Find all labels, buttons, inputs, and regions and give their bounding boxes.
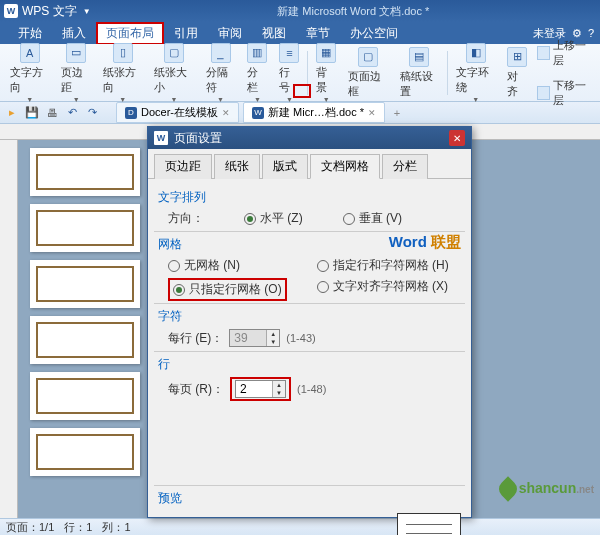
radio-line-grid[interactable]: 只指定行网格 (O) [173,281,282,298]
per-page-range: (1-48) [297,383,326,395]
tab-layout[interactable]: 版式 [262,154,308,179]
word-doc-icon: W [252,107,264,119]
close-icon[interactable]: ✕ [222,108,230,118]
page-border-icon: ▢ [358,47,378,67]
save-icon[interactable]: 💾 [24,105,40,121]
titlebar: W WPS 文字 ▼ 新建 Microsoft Word 文档.doc * [0,0,600,22]
menu-office-space[interactable]: 办公空间 [340,22,408,45]
spin-down[interactable]: ▼ [273,389,285,397]
columns-icon: ▥ [247,43,267,63]
text-wrap-icon: ◧ [466,43,486,63]
tab-margins[interactable]: 页边距 [154,154,212,179]
direction-label: 方向： [168,210,204,227]
app-icon: W [4,4,18,18]
redo-icon[interactable]: ↷ [84,105,100,121]
send-backward[interactable]: 下移一层 [553,78,592,108]
workspace: W 页面设置 ✕ 页边距 纸张 版式 文档网格 分栏 文字排列 方向： 水平 (… [0,124,600,518]
chars-per-line-spinner: ▲▼ [229,329,280,347]
radio-vertical[interactable]: 垂直 (V) [343,210,402,227]
page-thumb [30,148,140,196]
undo-icon[interactable]: ↶ [64,105,80,121]
doc-tab-docer[interactable]: DDocer-在线模板✕ [116,102,239,123]
per-line-range: (1-43) [286,332,315,344]
page-thumb [30,428,140,476]
page-preview [397,513,461,535]
tab-columns[interactable]: 分栏 [382,154,428,179]
text-direction-icon: A [20,43,40,63]
highlight-lines-per-page: ▲▼ [230,377,291,401]
quick-access-toolbar: ▸ 💾 🖶 ↶ ↷ DDocer-在线模板✕ W新建 Micr…档.doc *✕… [0,102,600,124]
app-name: WPS 文字 [22,3,77,20]
word-brand-watermark: Word 联盟 [389,233,461,252]
page-thumb [30,372,140,420]
print-icon[interactable]: 🖶 [44,105,60,121]
new-icon[interactable]: ▸ [4,105,20,121]
close-icon[interactable]: ✕ [368,108,376,118]
align-icon: ⊞ [507,47,527,67]
dialog-titlebar[interactable]: W 页面设置 ✕ [148,127,471,149]
spin-up[interactable]: ▲ [273,381,285,389]
document-title: 新建 Microsoft Word 文档.doc * [111,4,596,19]
radio-char-grid[interactable]: 指定行和字符网格 (H) [317,257,449,274]
ribbon-genko[interactable]: ▤稿纸设置 [394,45,445,101]
paper-size-icon: ▢ [164,43,184,63]
page-setup-dialog: W 页面设置 ✕ 页边距 纸张 版式 文档网格 分栏 文字排列 方向： 水平 (… [147,126,472,518]
genko-icon: ▤ [409,47,429,67]
page-thumb [30,204,140,252]
status-line: 行：1 [64,520,92,535]
bring-forward-icon [537,46,550,60]
ribbon-background[interactable]: ▦背景▼ [310,41,342,105]
tab-paper[interactable]: 纸张 [214,154,260,179]
breaks-icon: ⎯ [211,43,231,63]
dialog-body: 文字排列 方向： 水平 (Z) 垂直 (V) 网格 无网格 (N) 只指定行网格… [148,179,471,535]
new-tab-icon[interactable]: + [389,105,405,121]
section-preview: 预览 [158,490,461,507]
ribbon: A文字方向▼ ▭页边距▼ ▯纸张方向▼ ▢纸张大小▼ ⎯分隔符▼ ▥分栏▼ ≡行… [0,44,600,102]
radio-align-grid[interactable]: 文字对齐字符网格 (X) [317,278,449,295]
ribbon-align[interactable]: ⊞对齐 [501,45,533,101]
section-characters: 字符 [158,308,461,325]
status-page[interactable]: 页面：1/1 [6,520,54,535]
send-backward-icon [537,86,550,100]
ribbon-paper-size[interactable]: ▢纸张大小▼ [148,41,199,105]
line-numbers-icon: ≡ [279,43,299,63]
bring-forward[interactable]: 上移一层 [553,38,592,68]
radio-horizontal[interactable]: 水平 (Z) [244,210,303,227]
orientation-icon: ▯ [113,43,133,63]
docer-icon: D [125,107,137,119]
dialog-title-text: 页面设置 [174,130,222,147]
close-icon[interactable]: ✕ [449,130,465,146]
ribbon-page-border[interactable]: ▢页面边框 [342,45,393,101]
per-line-label: 每行 (E)： [168,330,223,347]
dialog-icon: W [154,131,168,145]
page-thumb [30,316,140,364]
ribbon-breaks[interactable]: ⎯分隔符▼ [200,41,242,105]
ribbon-text-direction[interactable]: A文字方向▼ [4,41,55,105]
highlight-line-grid: 只指定行网格 (O) [168,278,287,301]
per-page-label: 每页 (R)： [168,381,224,398]
dialog-tabs: 页边距 纸张 版式 文档网格 分栏 [148,149,471,179]
lines-per-page-input[interactable] [236,381,272,397]
radio-no-grid[interactable]: 无网格 (N) [168,257,287,274]
chars-per-line-input [230,330,266,346]
margins-icon: ▭ [66,43,86,63]
tab-document-grid[interactable]: 文档网格 [310,154,380,179]
ribbon-line-numbers[interactable]: ≡行号▼ [273,41,305,105]
status-col: 列：1 [102,520,130,535]
ribbon-orientation[interactable]: ▯纸张方向▼ [97,41,148,105]
ribbon-text-wrap[interactable]: ◧文字环绕▼ [450,41,501,105]
app-menu-dropdown[interactable]: ▼ [83,7,91,16]
doc-tab-current[interactable]: W新建 Micr…档.doc *✕ [243,102,385,123]
section-lines: 行 [158,356,461,373]
vertical-ruler[interactable] [0,140,18,518]
background-icon: ▦ [316,43,336,63]
section-text-alignment: 文字排列 [158,189,461,206]
ribbon-columns[interactable]: ▥分栏▼ [241,41,273,105]
ribbon-margins[interactable]: ▭页边距▼ [55,41,97,105]
lines-per-page-spinner[interactable]: ▲▼ [235,380,286,398]
page-thumb [30,260,140,308]
